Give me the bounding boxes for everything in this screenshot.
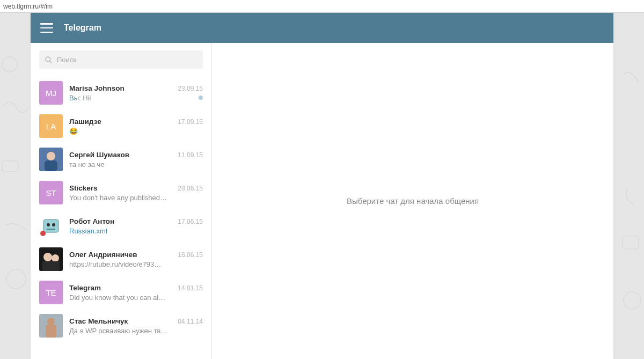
app-header: Telegram [31,13,613,43]
chat-preview: Вы: Hii [69,94,91,102]
svg-point-5 [46,56,50,61]
avatar: MJ [39,81,63,105]
chat-name: Лашидзе [69,118,101,126]
search-icon [45,56,53,64]
chat-preview: та не за че [69,160,104,168]
chat-list: MJMarisa Johnson23.09.15Вы: HiiLAЛашидзе… [31,76,211,359]
chat-name: Telegram [69,284,101,292]
search-container [31,43,211,76]
avatar [39,247,63,271]
chat-item[interactable]: TETelegram14.01.15Did you know that you … [31,276,211,309]
browser-address-bar: web.tlgrm.ru/#/im [0,0,644,13]
chat-name: Сергей Шумаков [69,151,129,159]
avatar: TE [39,281,63,304]
chat-name: Робот Антон [69,217,114,225]
chat-time: 17.09.15 [178,118,203,126]
chat-meta: Telegram14.01.15Did you know that you ca… [69,281,203,304]
chat-time: 17.06.15 [178,218,203,225]
avatar [39,214,63,238]
chat-time: 16.06.15 [178,251,203,259]
chat-preview: You don't have any published… [69,194,167,202]
chat-time: 14.01.15 [178,284,203,292]
chat-meta: Стас Мельничук04.11.14Да я WP осваиваю н… [69,314,203,338]
chat-item[interactable]: MJMarisa Johnson23.09.15Вы: Hii [31,76,211,109]
chat-meta: Stickers28.06.15You don't have any publi… [69,181,203,204]
telegram-app: Telegram MJMarisa Johnson23.09.15Вы: Hii… [31,13,613,359]
svg-rect-1 [2,161,18,172]
chat-item[interactable]: STStickers28.06.15You don't have any pub… [31,176,211,209]
chat-meta: Робот Антон17.06.15Russian.xml [69,214,203,238]
chat-item[interactable]: Сергей Шумаков11.09.15та не за че [31,143,211,176]
app-title: Telegram [64,23,101,33]
chat-preview: Russian.xml [69,227,107,235]
chat-preview: https://rutube.ru/video/e793… [69,260,161,268]
unread-dot-icon [199,96,203,100]
search-box[interactable] [39,50,203,69]
sidebar: MJMarisa Johnson23.09.15Вы: HiiLAЛашидзе… [31,43,212,359]
svg-point-2 [6,269,26,289]
chat-meta: Олег Андрияничев16.06.15https://rutube.r… [69,247,203,271]
chat-item[interactable]: Стас Мельничук04.11.14Да я WP осваиваю н… [31,309,211,342]
chat-item[interactable]: Олег Андрияничев16.06.15https://rutube.r… [31,243,211,276]
browser-url[interactable]: web.tlgrm.ru/#/im [3,3,641,10]
svg-point-0 [2,57,17,72]
avatar: LA [39,114,63,138]
chat-preview: 😂 [69,127,78,135]
menu-icon[interactable] [40,23,53,33]
app-body: MJMarisa Johnson23.09.15Вы: HiiLAЛашидзе… [31,43,613,359]
empty-chat-placeholder: Выберите чат для начала общения [347,196,479,206]
chat-time: 11.09.15 [178,151,203,159]
chat-name: Стас Мельничук [69,317,128,325]
svg-rect-3 [623,236,639,249]
chat-meta: Сергей Шумаков11.09.15та не за че [69,148,203,171]
chat-item[interactable]: Робот Антон17.06.15Russian.xml [31,209,211,243]
chat-name: Stickers [69,184,98,192]
search-input[interactable] [57,56,197,64]
avatar [39,148,63,171]
svg-line-6 [49,61,52,63]
chat-item[interactable]: LAЛашидзе17.09.15😂 [31,109,211,143]
chat-name: Marisa Johnson [69,84,125,92]
chat-preview: Да я WP осваиваю нужен тв… [69,327,167,335]
avatar [39,314,63,338]
chat-meta: Marisa Johnson23.09.15Вы: Hii [69,81,203,105]
chat-time: 28.06.15 [178,185,203,192]
chat-meta: Лашидзе17.09.15😂 [69,114,203,138]
chat-time: 23.09.15 [178,85,203,92]
svg-point-4 [624,292,641,309]
avatar: ST [39,181,63,204]
chat-time: 04.11.14 [178,318,203,325]
main-area: Выберите чат для начала общения [212,43,613,359]
chat-preview: Did you know that you can al… [69,294,165,302]
chat-name: Олег Андрияничев [69,251,137,259]
